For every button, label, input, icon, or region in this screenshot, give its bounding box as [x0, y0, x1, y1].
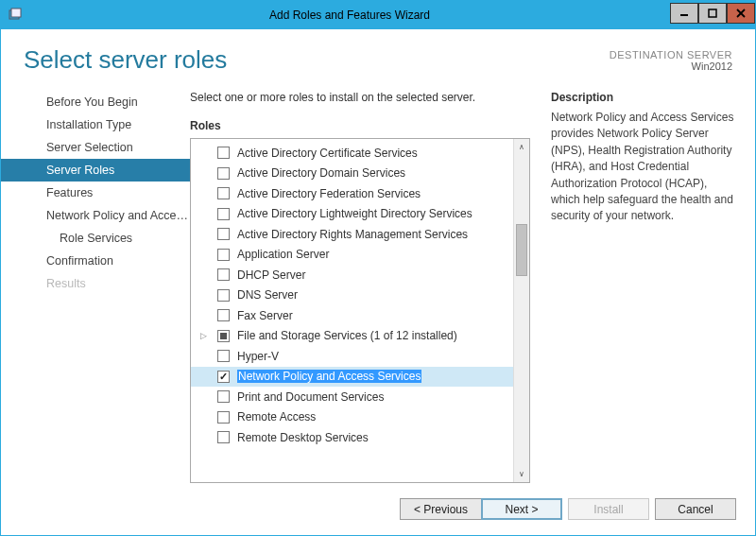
role-checkbox[interactable]	[217, 289, 230, 302]
nav-item[interactable]: Network Policy and Acces...	[1, 204, 190, 227]
role-row[interactable]: Active Directory Certificate Services	[191, 143, 513, 164]
instruction-text: Select one or more roles to install on t…	[190, 91, 530, 104]
role-label: Hyper-V	[237, 350, 279, 363]
scroll-thumb[interactable]	[516, 224, 527, 276]
role-label: Active Directory Domain Services	[237, 166, 405, 180]
page-title: Select server roles	[24, 45, 227, 75]
scroll-up-button[interactable]: ∧	[514, 139, 529, 155]
window-controls	[670, 7, 755, 24]
role-label: Active Directory Federation Services	[237, 187, 421, 200]
role-row[interactable]: Remote Desktop Services	[191, 427, 513, 448]
role-checkbox[interactable]	[217, 187, 230, 199]
role-checkbox[interactable]	[217, 228, 230, 240]
roles-listbox[interactable]: Active Directory Certificate ServicesAct…	[190, 138, 530, 483]
app-icon	[1, 8, 29, 23]
role-checkbox[interactable]	[217, 371, 230, 383]
role-label: Network Policy and Access Services	[237, 370, 421, 383]
nav-item[interactable]: Before You Begin	[1, 91, 190, 113]
wizard-body: Before You BeginInstallation TypeServer …	[1, 91, 755, 483]
description-text: Network Policy and Access Services provi…	[551, 110, 736, 225]
destination-value: Win2012	[610, 61, 732, 72]
nav-button-group: < Previous Next >	[400, 498, 562, 520]
role-label: DHCP Server	[237, 268, 305, 282]
close-button[interactable]	[727, 3, 755, 24]
destination-info: DESTINATION SERVER Win2012	[610, 49, 732, 72]
role-label: Active Directory Certificate Services	[237, 147, 418, 160]
window-title: Add Roles and Features Wizard	[29, 9, 670, 22]
svg-rect-3	[709, 9, 716, 17]
role-checkbox[interactable]	[217, 411, 230, 424]
header: Select server roles DESTINATION SERVER W…	[1, 29, 755, 91]
role-checkbox[interactable]	[217, 390, 230, 403]
roles-column: Select one or more roles to install on t…	[190, 91, 530, 483]
nav-item[interactable]: Confirmation	[1, 250, 190, 272]
roles-list-inner: Active Directory Certificate ServicesAct…	[191, 139, 513, 482]
nav-item[interactable]: Installation Type	[1, 113, 190, 136]
role-label: Active Directory Lightweight Directory S…	[237, 207, 472, 220]
role-label: Application Server	[237, 248, 329, 261]
role-label: Print and Document Services	[237, 390, 384, 404]
role-checkbox[interactable]	[217, 249, 230, 261]
role-row[interactable]: ▷File and Storage Services (1 of 12 inst…	[191, 326, 513, 347]
role-row[interactable]: Hyper-V	[191, 346, 513, 367]
role-checkbox[interactable]	[217, 268, 230, 281]
role-label: Remote Desktop Services	[237, 431, 369, 444]
role-row[interactable]: DNS Server	[191, 285, 513, 306]
role-label: File and Storage Services (1 of 12 insta…	[237, 329, 457, 342]
expand-icon[interactable]: ▷	[200, 331, 207, 340]
nav-item: Results	[1, 272, 190, 295]
role-checkbox[interactable]	[217, 208, 230, 220]
nav-sidebar: Before You BeginInstallation TypeServer …	[1, 91, 190, 483]
destination-label: DESTINATION SERVER	[610, 49, 732, 61]
role-checkbox[interactable]	[217, 167, 230, 180]
role-row[interactable]: Active Directory Domain Services	[191, 164, 513, 184]
install-button[interactable]: Install	[568, 498, 649, 520]
role-row[interactable]: Fax Server	[191, 305, 513, 326]
role-label: Remote Access	[237, 410, 316, 424]
nav-item[interactable]: Server Roles	[1, 159, 190, 182]
role-label: Fax Server	[237, 309, 293, 322]
role-checkbox[interactable]	[217, 330, 230, 342]
role-label: DNS Server	[237, 288, 298, 302]
main-panel: Select one or more roles to install on t…	[190, 91, 755, 483]
footer: < Previous Next > Install Cancel	[1, 483, 755, 535]
roles-label: Roles	[190, 119, 530, 132]
maximize-button[interactable]	[698, 3, 727, 24]
scrollbar[interactable]: ∧ ∨	[513, 139, 529, 482]
role-row[interactable]: Active Directory Rights Management Servi…	[191, 224, 513, 245]
nav-item[interactable]: Server Selection	[1, 136, 190, 159]
nav-item[interactable]: Role Services	[1, 227, 190, 250]
role-row[interactable]: Active Directory Federation Services	[191, 183, 513, 204]
minimize-button[interactable]	[670, 3, 698, 24]
nav-item[interactable]: Features	[1, 182, 190, 204]
role-row[interactable]: Print and Document Services	[191, 387, 513, 407]
description-column: Description Network Policy and Access Se…	[530, 91, 736, 483]
role-row[interactable]: DHCP Server	[191, 265, 513, 285]
svg-rect-1	[11, 9, 21, 17]
scroll-down-button[interactable]: ∨	[514, 466, 529, 482]
role-checkbox[interactable]	[217, 147, 230, 159]
role-checkbox[interactable]	[217, 431, 230, 443]
titlebar: Add Roles and Features Wizard	[1, 1, 755, 29]
role-row[interactable]: Application Server	[191, 245, 513, 266]
role-row[interactable]: Remote Access	[191, 407, 513, 428]
role-label: Active Directory Rights Management Servi…	[237, 228, 468, 241]
role-checkbox[interactable]	[217, 309, 230, 321]
role-row[interactable]: Network Policy and Access Services	[191, 367, 513, 388]
role-row[interactable]: Active Directory Lightweight Directory S…	[191, 204, 513, 225]
description-label: Description	[551, 91, 736, 104]
cancel-button[interactable]: Cancel	[655, 498, 736, 520]
previous-button[interactable]: < Previous	[400, 498, 481, 520]
next-button[interactable]: Next >	[481, 498, 562, 520]
role-checkbox[interactable]	[217, 350, 230, 362]
wizard-window: Add Roles and Features Wizard Select ser…	[0, 0, 756, 536]
